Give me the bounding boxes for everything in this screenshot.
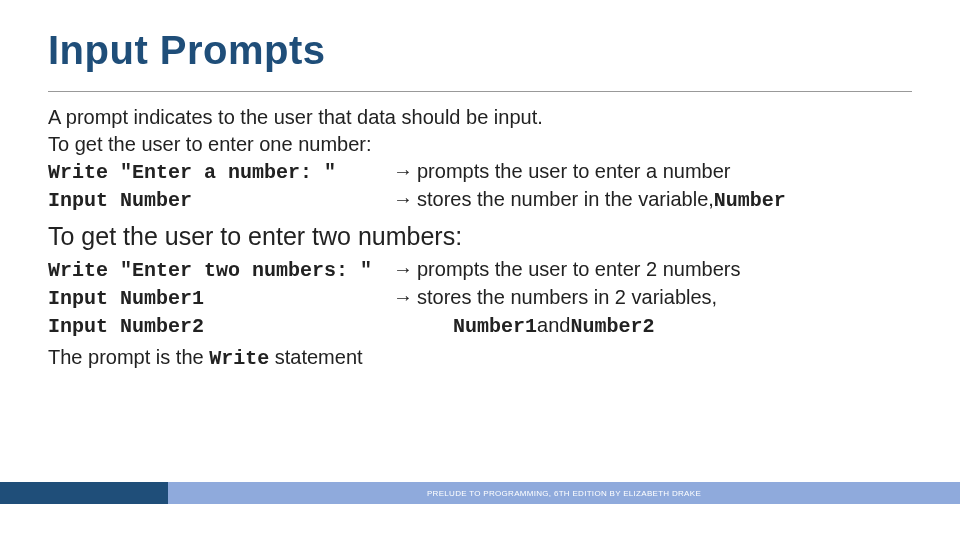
code-write-enter-number: Write "Enter a number: " [48, 159, 393, 186]
arrow-icon: → [393, 256, 413, 283]
code-input-number2: Input Number2 [48, 313, 393, 340]
intro-line-1: A prompt indicates to the user that data… [48, 104, 912, 131]
and-text: and [537, 312, 570, 339]
slide-title: Input Prompts [48, 28, 912, 73]
example1-line2-desc: → stores the number in the variable, Num… [393, 186, 786, 214]
closing-line: The prompt is the Write statement [48, 344, 912, 372]
desc-text: prompts the user to enter a number [417, 158, 731, 185]
var-number2: Number2 [570, 313, 654, 340]
code-input-number: Input Number [48, 187, 393, 214]
title-divider [48, 91, 912, 92]
arrow-icon: → [393, 284, 413, 311]
closing-c: statement [269, 346, 362, 368]
var-number: Number [714, 187, 786, 214]
intro-line-2: To get the user to enter one number: [48, 131, 912, 158]
footer-main: PRELUDE TO PROGRAMMING, 6TH EDITION BY E… [168, 482, 960, 504]
subheading: To get the user to enter two numbers: [48, 220, 912, 254]
footer-text: PRELUDE TO PROGRAMMING, 6TH EDITION BY E… [427, 489, 701, 498]
var-number1: Number1 [453, 313, 537, 340]
arrow-icon: → [393, 186, 413, 213]
code-write-enter-two-numbers: Write "Enter two numbers: " [48, 257, 393, 284]
slide-body: A prompt indicates to the user that data… [48, 104, 912, 372]
example1-line1-desc: → prompts the user to enter a number [393, 158, 731, 185]
example2-line1: Write "Enter two numbers: " → prompts th… [48, 256, 912, 284]
example2-line1-desc: → prompts the user to enter 2 numbers [393, 256, 741, 283]
code-input-number1: Input Number1 [48, 285, 393, 312]
example2-line2-desc: → stores the numbers in 2 variables, [393, 284, 717, 311]
example1-line1: Write "Enter a number: " → prompts the u… [48, 158, 912, 186]
example2-line3: Input Number2 Number1 and Number2 [48, 312, 912, 340]
slide-content: Input Prompts A prompt indicates to the … [0, 0, 960, 372]
desc-text: stores the number in the variable, [417, 186, 714, 213]
desc-text: prompts the user to enter 2 numbers [417, 256, 741, 283]
desc-text: stores the numbers in 2 variables, [417, 284, 717, 311]
example1-line2: Input Number → stores the number in the … [48, 186, 912, 214]
example2-line2: Input Number1 → stores the numbers in 2 … [48, 284, 912, 312]
footer-accent [0, 482, 168, 504]
footer-bar: PRELUDE TO PROGRAMMING, 6TH EDITION BY E… [0, 482, 960, 504]
closing-code: Write [209, 347, 269, 370]
arrow-icon: → [393, 158, 413, 185]
closing-a: The prompt is the [48, 346, 209, 368]
example2-line3-desc: Number1 and Number2 [393, 312, 654, 340]
